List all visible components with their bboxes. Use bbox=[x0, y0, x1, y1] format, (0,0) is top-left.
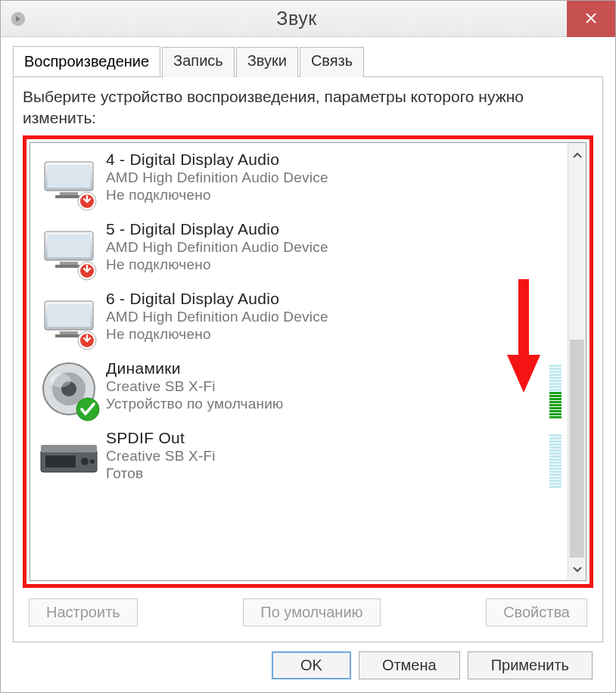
device-list-viewport: 4 - Digital Display AudioAMD High Defini… bbox=[30, 143, 568, 580]
level-bar bbox=[549, 404, 562, 406]
instruction-text: Выберите устройство воспроизведения, пар… bbox=[23, 86, 593, 129]
level-bar bbox=[549, 437, 562, 440]
level-bar bbox=[549, 365, 562, 367]
level-meter bbox=[549, 359, 562, 418]
device-info: SPDIF OutCreative SB X-FiГотов bbox=[103, 429, 545, 483]
tab-playback[interactable]: Воспроизведение bbox=[13, 46, 160, 76]
close-icon bbox=[585, 9, 597, 29]
device-status: Не подключено bbox=[106, 326, 563, 343]
level-bar bbox=[549, 486, 562, 488]
button-label: По умолчанию bbox=[260, 604, 362, 620]
level-bar bbox=[549, 446, 562, 449]
level-bar bbox=[549, 477, 562, 479]
monitor-icon bbox=[35, 290, 103, 349]
device-driver: AMD High Definition Audio Device bbox=[106, 308, 563, 327]
tab-sounds[interactable]: Звуки bbox=[236, 47, 298, 77]
dialog-footer: OK Отмена Применить bbox=[13, 642, 603, 690]
scroll-up-button[interactable] bbox=[568, 143, 586, 166]
device-row[interactable]: 5 - Digital Display AudioAMD High Defini… bbox=[35, 217, 563, 287]
tab-communications[interactable]: Связь bbox=[300, 47, 364, 77]
tab-label: Звуки bbox=[247, 52, 287, 69]
level-bar bbox=[549, 407, 562, 409]
tab-label: Воспроизведение bbox=[24, 53, 149, 70]
window-title: Звук bbox=[26, 8, 567, 30]
level-meter bbox=[549, 429, 562, 488]
level-bar bbox=[549, 392, 562, 394]
svg-point-27 bbox=[81, 458, 89, 465]
tab-label: Запись bbox=[173, 52, 223, 69]
svg-point-28 bbox=[90, 459, 95, 464]
level-bar bbox=[549, 449, 562, 452]
device-info: 5 - Digital Display AudioAMD High Defini… bbox=[103, 220, 563, 274]
level-bar bbox=[549, 395, 562, 397]
svg-rect-9 bbox=[60, 262, 78, 265]
svg-rect-14 bbox=[48, 304, 90, 327]
device-name: 6 - Digital Display Audio bbox=[106, 290, 563, 308]
svg-rect-25 bbox=[41, 445, 97, 452]
playback-panel: Выберите устройство воспроизведения, пар… bbox=[13, 77, 603, 642]
device-info: ДинамикиCreative SB X-FiУстройство по ум… bbox=[103, 359, 545, 413]
scroll-down-button[interactable] bbox=[568, 558, 586, 580]
tab-label: Связь bbox=[311, 52, 353, 69]
device-driver: AMD High Definition Audio Device bbox=[106, 169, 563, 188]
level-bar bbox=[549, 398, 562, 400]
configure-button[interactable]: Настроить bbox=[29, 598, 138, 626]
level-bar bbox=[549, 416, 562, 418]
device-driver: Creative SB X-Fi bbox=[106, 378, 545, 396]
tab-recording[interactable]: Запись bbox=[162, 47, 235, 77]
level-bar bbox=[549, 434, 562, 437]
svg-rect-3 bbox=[60, 192, 78, 195]
device-driver: Creative SB X-Fi bbox=[106, 447, 545, 466]
ok-button[interactable]: OK bbox=[272, 651, 351, 679]
device-row[interactable]: SPDIF OutCreative SB X-FiГотов bbox=[35, 426, 563, 496]
speaker-icon bbox=[35, 359, 103, 418]
device-list[interactable]: 4 - Digital Display AudioAMD High Defini… bbox=[30, 142, 586, 581]
svg-rect-15 bbox=[60, 331, 78, 334]
button-label: OK bbox=[300, 657, 322, 673]
device-row[interactable]: 4 - Digital Display AudioAMD High Defini… bbox=[35, 148, 563, 217]
highlight-outline: 4 - Digital Display AudioAMD High Defini… bbox=[23, 135, 593, 588]
properties-button[interactable]: Свойства bbox=[486, 598, 587, 626]
level-bar bbox=[549, 452, 562, 455]
level-bar bbox=[549, 440, 562, 443]
action-row: Настроить По умолчанию Свойства bbox=[23, 598, 593, 629]
monitor-icon bbox=[35, 220, 103, 279]
svg-rect-8 bbox=[48, 235, 90, 257]
device-name: 4 - Digital Display Audio bbox=[106, 151, 563, 169]
level-bar bbox=[549, 377, 562, 379]
device-status: Не подключено bbox=[106, 187, 563, 204]
button-label: Применить bbox=[491, 657, 569, 673]
level-bar bbox=[549, 468, 562, 470]
app-icon bbox=[10, 11, 26, 27]
button-label: Свойства bbox=[503, 604, 570, 620]
level-bar bbox=[549, 474, 562, 476]
svg-rect-26 bbox=[45, 455, 76, 468]
scroll-track[interactable] bbox=[568, 166, 586, 558]
scrollbar[interactable] bbox=[568, 143, 586, 580]
device-name: SPDIF Out bbox=[106, 429, 545, 447]
apply-button[interactable]: Применить bbox=[468, 651, 593, 679]
level-bar bbox=[549, 389, 562, 391]
level-bar bbox=[549, 483, 562, 485]
scroll-thumb[interactable] bbox=[570, 340, 584, 558]
spdif-icon bbox=[35, 429, 103, 488]
set-default-button[interactable]: По умолчанию bbox=[243, 598, 380, 626]
device-status: Готов bbox=[106, 465, 545, 482]
device-info: 4 - Digital Display AudioAMD High Defini… bbox=[103, 151, 563, 204]
level-bar bbox=[549, 480, 562, 482]
level-bar bbox=[549, 386, 562, 388]
device-row[interactable]: ДинамикиCreative SB X-FiУстройство по ум… bbox=[35, 356, 563, 426]
device-info: 6 - Digital Display AudioAMD High Defini… bbox=[103, 290, 563, 343]
level-bar bbox=[549, 374, 562, 376]
titlebar: Звук bbox=[1, 1, 615, 37]
chevron-up-icon bbox=[573, 148, 582, 160]
level-bar bbox=[549, 413, 562, 415]
close-button[interactable] bbox=[567, 1, 615, 37]
button-label: Настроить bbox=[46, 604, 120, 620]
level-bar bbox=[549, 371, 562, 373]
monitor-icon bbox=[35, 151, 103, 210]
level-bar bbox=[549, 410, 562, 412]
cancel-button[interactable]: Отмена bbox=[359, 651, 460, 679]
level-bar bbox=[549, 471, 562, 473]
device-row[interactable]: 6 - Digital Display AudioAMD High Defini… bbox=[35, 287, 563, 356]
